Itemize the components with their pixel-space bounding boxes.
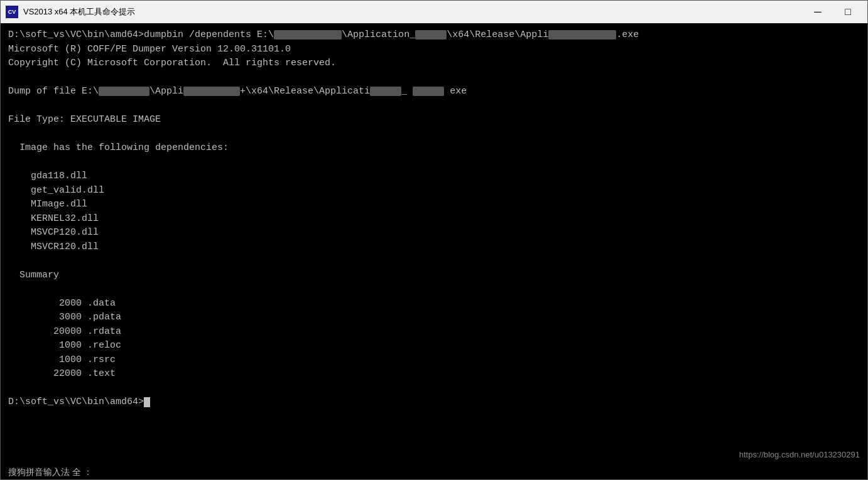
summary-rsrc: 1000 .rsrc bbox=[8, 353, 860, 368]
blank-4 bbox=[8, 156, 860, 170]
window: CV VS2013 x64 本机工具命令提示 ─ □ D:\soft_vs\VC… bbox=[0, 0, 868, 480]
title-bar: CV VS2013 x64 本机工具命令提示 ─ □ bbox=[1, 1, 867, 23]
dependencies-header: Image has the following dependencies: bbox=[8, 141, 860, 156]
redacted-1 bbox=[274, 30, 342, 40]
window-title: VS2013 x64 本机工具命令提示 bbox=[23, 6, 803, 18]
summary-data: 2000 .data bbox=[8, 297, 860, 311]
cmd-line-3: Copyright (C) Microsoft Corporation. All… bbox=[8, 56, 860, 71]
dep-msvcr120: MSVCR120.dll bbox=[8, 240, 860, 255]
redacted-2 bbox=[415, 30, 447, 40]
summary-reloc: 1000 .reloc bbox=[8, 339, 860, 353]
blank-5 bbox=[8, 254, 860, 269]
blank-7 bbox=[8, 381, 860, 396]
window-controls: ─ □ bbox=[803, 3, 862, 21]
summary-rdata: 20000 .rdata bbox=[8, 325, 860, 339]
app-icon: CV bbox=[6, 6, 18, 18]
dump-file-line: Dump of file E:\ \Appli +\x64\Release\Ap… bbox=[8, 85, 860, 99]
blank-3 bbox=[8, 127, 860, 142]
summary-pdata: 3000 .pdata bbox=[8, 311, 860, 325]
minimize-button[interactable]: ─ bbox=[803, 3, 832, 21]
cmd-line-1: D:\soft_vs\VC\bin\amd64>dumpbin /depende… bbox=[8, 28, 860, 43]
console-output: D:\soft_vs\VC\bin\amd64>dumpbin /depende… bbox=[1, 23, 867, 466]
blank-2 bbox=[8, 99, 860, 114]
command-prompt-line: D:\soft_vs\VC\bin\amd64> bbox=[8, 395, 860, 410]
dep-kernel32: KERNEL32.dll bbox=[8, 212, 860, 227]
blank-6 bbox=[8, 282, 860, 297]
prompt-text: D:\soft_vs\VC\bin\amd64> bbox=[8, 395, 144, 410]
dep-get-valid: get_valid.dll bbox=[8, 184, 860, 198]
redacted-4 bbox=[99, 87, 149, 96]
cursor bbox=[144, 397, 150, 407]
redacted-3 bbox=[548, 30, 616, 40]
ime-status-bar: 搜狗拼音输入法 全 ： bbox=[1, 466, 867, 479]
dep-mimage: MImage.dll bbox=[8, 198, 860, 212]
summary-text: 22000 .text bbox=[8, 367, 860, 381]
redacted-7 bbox=[413, 87, 444, 96]
file-type-line: File Type: EXECUTABLE IMAGE bbox=[8, 113, 860, 127]
redacted-6 bbox=[370, 87, 401, 96]
watermark-text: https://blog.csdn.net/u013230291 bbox=[739, 449, 860, 461]
cmd-line-2: Microsoft (R) COFF/PE Dumper Version 12.… bbox=[8, 43, 860, 57]
redacted-5 bbox=[183, 87, 240, 96]
maximize-button[interactable]: □ bbox=[833, 3, 862, 21]
ime-status-text: 搜狗拼音输入法 全 ： bbox=[8, 467, 92, 477]
dep-gda118: gda118.dll bbox=[8, 169, 860, 184]
summary-header: Summary bbox=[8, 269, 860, 283]
dep-msvcp120: MSVCP120.dll bbox=[8, 226, 860, 240]
blank-1 bbox=[8, 71, 860, 85]
